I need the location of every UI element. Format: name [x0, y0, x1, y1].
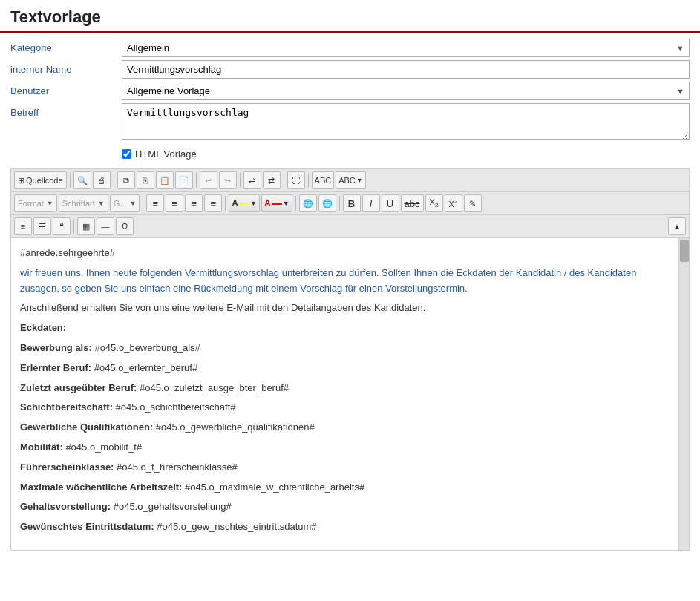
kategorie-select-wrap[interactable]: Allgemein ▼	[122, 39, 690, 57]
spell2-button[interactable]: ABC ▼	[336, 171, 366, 189]
paste2-button[interactable]: 📄	[175, 171, 193, 189]
replace-button[interactable]: ⇄	[263, 171, 281, 189]
page-header: Textvorlage	[0, 0, 700, 33]
spell-button[interactable]: ABC	[312, 171, 335, 189]
separator-9	[295, 196, 296, 211]
special-char-icon: Ω	[122, 222, 128, 231]
editor-content[interactable]: #anrede.sehrgeehrte# wir freuen uns, Ihn…	[11, 238, 678, 550]
align-center-button[interactable]: ≡	[166, 194, 183, 212]
find-button[interactable]: 🔍	[73, 171, 91, 189]
toolbar-row-2: Format ▼ Schriftart ▼ G... ▼ ≡ ≡ ≡ ≡	[11, 192, 689, 215]
format-arrow-icon: ▼	[47, 200, 53, 207]
paste-button[interactable]: 📋	[156, 171, 174, 189]
html-vorlage-checkbox[interactable]	[122, 149, 131, 159]
content-line9: Gewerbliche Qualifikationen: #o45.o_gewe…	[20, 420, 670, 436]
resize-button[interactable]: ▲	[668, 217, 686, 235]
toolbar-row-3: ≡ ☰ ❝ ▦ ― Ω ▲	[11, 215, 689, 238]
bold-button[interactable]: B	[343, 194, 361, 212]
benutzer-row: Benutzer Allgemeine Vorlage ▼	[10, 82, 690, 100]
italic-button[interactable]: I	[362, 194, 380, 212]
strikethrough-button[interactable]: abc	[401, 194, 424, 212]
separator-11	[73, 219, 74, 234]
redo-icon: ↪	[224, 176, 231, 185]
maximize-button[interactable]: ⛶	[287, 171, 305, 189]
align-left-icon: ≡	[153, 198, 159, 209]
spell2-abc-text: ABC	[338, 176, 356, 185]
highlight-text: A	[232, 198, 238, 208]
paste2-icon: 📄	[179, 176, 189, 185]
content-line10: Mobilität: #o45.o_mobilit_t#	[20, 440, 670, 456]
ordered-list-icon: ≡	[21, 222, 25, 231]
redo-button[interactable]: ↪	[219, 171, 237, 189]
benutzer-label: Benutzer	[10, 82, 122, 100]
format-dropdown[interactable]: Format ▼	[14, 194, 57, 212]
spell2-dropdown-icon: ▼	[356, 177, 363, 184]
hr-button[interactable]: ―	[97, 217, 114, 235]
unordered-list-icon: ☰	[39, 222, 46, 231]
search-button[interactable]: ⇌	[243, 171, 261, 189]
content-line12: Maximale wöchentliche Arbeitszeit: #o45.…	[20, 480, 670, 496]
content-line4: Eckdaten:	[20, 321, 670, 336]
betreff-row: Betreff Vermittlungsvorschlag	[10, 103, 690, 142]
separator-1	[70, 173, 71, 188]
image2-icon: 🌐	[322, 199, 333, 208]
print-button[interactable]: 🖨	[93, 171, 111, 189]
content-line11: Führerscheinklasse: #o45.o_f_hrerscheink…	[20, 460, 670, 476]
size-arrow-icon: ▼	[129, 200, 136, 207]
align-right-button[interactable]: ≡	[185, 194, 203, 212]
scrollbar-thumb[interactable]	[680, 240, 689, 262]
ordered-list-button[interactable]: ≡	[14, 217, 32, 235]
content-line13: Gehaltsvorstellung: #o45.o_gehaltsvorste…	[20, 499, 670, 515]
paste-icon: 📋	[160, 176, 170, 185]
font-color-red-bar	[272, 203, 282, 205]
font-dropdown[interactable]: Schriftart ▼	[59, 194, 108, 212]
separator-5	[284, 173, 284, 188]
image-button[interactable]: 🌐	[299, 194, 317, 212]
font-color-button[interactable]: A ▼	[261, 194, 292, 212]
special-char-button[interactable]: Ω	[116, 217, 134, 235]
align-justify-button[interactable]: ≡	[204, 194, 222, 212]
copy2-button[interactable]: ⎘	[137, 171, 154, 189]
font-color-arrow-icon: ▼	[283, 200, 290, 207]
unordered-list-button[interactable]: ☰	[33, 217, 51, 235]
font-color-text: A	[264, 198, 271, 208]
subscript-button[interactable]: X2	[425, 194, 443, 212]
subscript-label: X2	[430, 197, 439, 208]
kategorie-label: Kategorie	[10, 39, 122, 57]
benutzer-select-wrap[interactable]: Allgemeine Vorlage ▼	[122, 82, 690, 100]
maximize-icon: ⛶	[292, 176, 300, 185]
find-icon: 🔍	[77, 176, 88, 185]
underline-button[interactable]: U	[382, 194, 399, 212]
source-button[interactable]: ⊞ Quellcode	[14, 171, 67, 189]
separator-7	[143, 196, 143, 211]
blockquote-button[interactable]: ❝	[53, 217, 71, 235]
betreff-textarea[interactable]: Vermittlungsvorschlag	[122, 103, 690, 140]
align-justify-icon: ≡	[211, 198, 217, 209]
highlight-button[interactable]: A ▼	[229, 194, 260, 212]
eraser-button[interactable]: ✎	[464, 194, 482, 212]
kategorie-select[interactable]: Allgemein	[122, 39, 689, 56]
source-label: Quellcode	[26, 176, 63, 185]
content-line3: Anschließend erhalten Sie von uns eine w…	[20, 300, 670, 316]
table-button[interactable]: ▦	[77, 217, 95, 235]
size-dropdown[interactable]: G... ▼	[110, 194, 140, 212]
format-label: Format	[18, 199, 44, 208]
highlight-yellow-bar	[239, 203, 249, 205]
image2-button[interactable]: 🌐	[318, 194, 336, 212]
interner-name-input[interactable]	[122, 60, 690, 79]
interner-name-row: interner Name	[10, 60, 690, 79]
copy-button[interactable]: ⧉	[117, 171, 135, 189]
align-left-button[interactable]: ≡	[146, 194, 164, 212]
interner-name-label: interner Name	[10, 60, 122, 79]
editor-body: #anrede.sehrgeehrte# wir freuen uns, Ihn…	[11, 238, 689, 550]
strikethrough-label: abc	[405, 198, 420, 209]
html-vorlage-row: HTML Vorlage	[10, 145, 690, 162]
separator-8	[225, 196, 226, 211]
scrollbar-track[interactable]	[678, 238, 689, 550]
page-title: Textvorlage	[10, 7, 101, 26]
superscript-button[interactable]: X2	[445, 194, 462, 212]
benutzer-select[interactable]: Allgemeine Vorlage	[122, 82, 689, 99]
spell-abc-text: ABC	[315, 176, 332, 185]
benutzer-control: Allgemeine Vorlage ▼	[122, 82, 690, 100]
undo-button[interactable]: ↩	[200, 171, 217, 189]
